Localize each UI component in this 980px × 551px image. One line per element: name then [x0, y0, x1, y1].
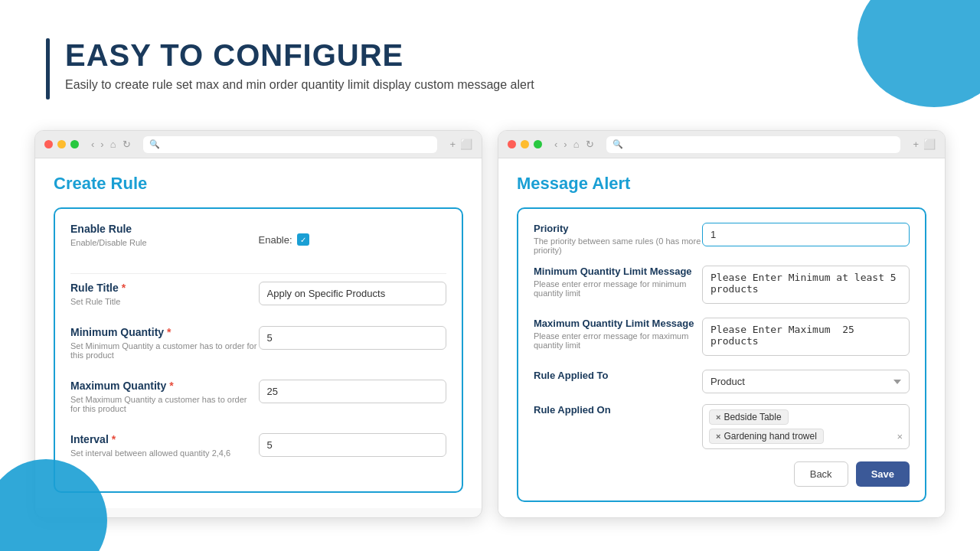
share-right[interactable]: ⬜ — [923, 139, 936, 150]
enable-rule-subtitle: Enable/Disable Rule — [70, 238, 259, 247]
divider-1 — [70, 273, 446, 274]
header-section: EASY TO CONFIGURE Easily to create rule … — [0, 0, 980, 122]
interval-label: Interval * — [70, 433, 259, 445]
max-qty-input[interactable] — [259, 380, 447, 403]
tag-remove-gardening[interactable]: × — [716, 432, 720, 441]
rule-applied-to-select[interactable]: Product Category All — [702, 370, 910, 393]
nav-back-left[interactable]: ‹ — [91, 139, 94, 150]
browser-actions-left: + ⬜ — [449, 139, 472, 150]
page-subtitle: Easily to create rule set max and min or… — [65, 78, 534, 92]
tag-label-bedside: Bedside Table — [724, 412, 781, 422]
interval-subtitle: Set interval between allowed quantity 2,… — [70, 448, 259, 458]
required-star-title: * — [122, 282, 126, 294]
create-rule-form-panel: Enable Rule Enable/Disable Rule Enable: … — [54, 207, 463, 493]
rule-title-subtitle: Set Rule Title — [70, 297, 259, 306]
nav-refresh-left[interactable]: ↻ — [122, 139, 131, 150]
priority-input[interactable] — [702, 223, 910, 246]
create-rule-title: Create Rule — [54, 174, 463, 194]
max-msg-subtitle: Please enter error message for maximum q… — [534, 331, 702, 350]
tab-add-right[interactable]: + — [913, 139, 919, 150]
min-msg-row: Minimum Quantity Limit Message Please en… — [534, 266, 910, 307]
browser-nav-right: ‹ › ⌂ ↻ — [554, 139, 594, 150]
interval-input[interactable] — [259, 433, 447, 457]
interval-row: Interval * Set interval between allowed … — [70, 433, 446, 467]
share-left[interactable]: ⬜ — [460, 139, 472, 150]
required-star-max: * — [169, 380, 173, 392]
min-qty-row: Minimum Quantity * Set Minimum Quantity … — [70, 326, 446, 369]
priority-subtitle: The priority between same rules (0 has m… — [534, 236, 702, 255]
nav-forward-right[interactable]: › — [564, 139, 567, 150]
browser-url-right[interactable]: 🔍 — [606, 136, 901, 153]
tag-gardening-trowel[interactable]: × Gardening hand trowel — [709, 429, 824, 444]
enable-rule-row: Enable Rule Enable/Disable Rule Enable: … — [70, 223, 446, 262]
dot-green-right[interactable] — [534, 140, 542, 148]
back-button[interactable]: Back — [794, 461, 848, 487]
header-accent-bar — [46, 38, 50, 99]
tag-input-container[interactable]: × Bedside Table × Gardening hand trowel … — [702, 404, 910, 449]
enable-label-text: Enable: — [259, 234, 292, 246]
min-msg-textarea[interactable]: Please Enter Minimum at least 5 products — [702, 266, 910, 304]
enable-rule-title: Enable Rule — [70, 223, 259, 235]
right-browser-window: ‹ › ⌂ ↻ 🔍 + ⬜ Message Alert Priority Th — [498, 130, 946, 518]
nav-home-left[interactable]: ⌂ — [110, 139, 116, 150]
rule-title-label: Rule Title * — [70, 282, 259, 294]
tag-remove-bedside[interactable]: × — [716, 412, 720, 422]
min-qty-label: Minimum Quantity * — [70, 326, 259, 338]
search-icon-right: 🔍 — [612, 139, 623, 149]
rule-applied-on-row: Rule Applied On × Bedside Table × Garden… — [534, 404, 910, 449]
min-msg-title: Minimum Quantity Limit Message — [534, 266, 702, 277]
dot-red-left[interactable] — [44, 140, 53, 148]
max-msg-title: Maximum Quantity Limit Message — [534, 318, 702, 329]
dot-green-left[interactable] — [70, 140, 79, 148]
min-msg-subtitle: Please enter error message for minimum q… — [534, 279, 702, 298]
nav-back-right[interactable]: ‹ — [554, 139, 557, 150]
max-msg-textarea[interactable]: Please Enter Maximum 25 products — [702, 318, 910, 356]
max-qty-subtitle: Set Maximum Quantity a customer has to o… — [70, 395, 259, 413]
rule-title-row: Rule Title * Set Rule Title — [70, 282, 446, 315]
priority-title: Priority — [534, 223, 702, 234]
tab-add-left[interactable]: + — [449, 139, 456, 150]
priority-row: Priority The priority between same rules… — [534, 223, 910, 255]
left-browser-window: ‹ › ⌂ ↻ 🔍 + ⬜ Create Rule Enable Rule E — [34, 130, 482, 518]
tag-close-all[interactable]: × — [897, 431, 903, 442]
nav-refresh-right[interactable]: ↻ — [586, 139, 594, 150]
message-alert-title: Message Alert — [517, 174, 926, 194]
right-browser-bar: ‹ › ⌂ ↻ 🔍 + ⬜ — [498, 131, 945, 158]
rule-applied-to-title: Rule Applied To — [534, 370, 702, 381]
nav-home-right[interactable]: ⌂ — [573, 139, 580, 150]
page-title: EASY TO CONFIGURE — [65, 38, 534, 72]
search-icon-left: 🔍 — [149, 139, 160, 149]
nav-forward-left[interactable]: › — [100, 139, 103, 150]
dot-yellow-right[interactable] — [521, 140, 529, 148]
tag-bedside-table[interactable]: × Bedside Table — [709, 409, 789, 425]
rule-applied-to-row: Rule Applied To Product Category All — [534, 370, 910, 393]
min-qty-subtitle: Set Minimum Quantity a customer has to o… — [70, 341, 259, 360]
dot-red-right[interactable] — [508, 140, 516, 148]
required-star-min: * — [167, 326, 171, 338]
button-row: Back Save — [534, 461, 910, 487]
rule-title-input[interactable] — [259, 282, 447, 305]
save-button[interactable]: Save — [856, 461, 910, 487]
browser-actions-right: + ⬜ — [913, 139, 936, 150]
max-msg-row: Maximum Quantity Limit Message Please en… — [534, 318, 910, 359]
min-qty-input[interactable] — [259, 326, 447, 350]
message-alert-form-panel: Priority The priority between same rules… — [517, 207, 926, 502]
rule-applied-on-title: Rule Applied On — [534, 404, 702, 416]
max-qty-row: Maximum Quantity * Set Maximum Quantity … — [70, 380, 446, 422]
dot-yellow-left[interactable] — [57, 140, 66, 148]
right-browser-content: Message Alert Priority The priority betw… — [498, 158, 945, 517]
browser-nav-left: ‹ › ⌂ ↻ — [91, 139, 131, 150]
browser-url-left[interactable]: 🔍 — [143, 136, 438, 153]
left-browser-content: Create Rule Enable Rule Enable/Disable R… — [35, 158, 482, 508]
required-star-interval: * — [112, 433, 116, 445]
max-qty-label: Maximum Quantity * — [70, 380, 259, 392]
left-browser-bar: ‹ › ⌂ ↻ 🔍 + ⬜ — [35, 131, 482, 158]
enable-checkbox[interactable]: ✓ — [297, 233, 309, 246]
tag-label-gardening: Gardening hand trowel — [724, 431, 816, 442]
windows-container: ‹ › ⌂ ↻ 🔍 + ⬜ Create Rule Enable Rule E — [0, 130, 980, 518]
